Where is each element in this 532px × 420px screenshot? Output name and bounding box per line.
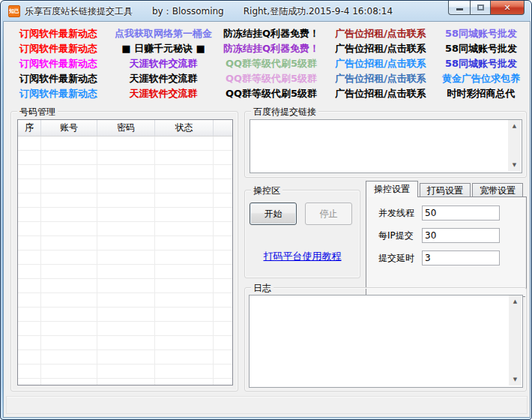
field-delay: 提交延时 bbox=[378, 250, 422, 266]
ad-link[interactable]: 广告位招租/点击联系 bbox=[335, 87, 426, 100]
table-cell bbox=[214, 165, 232, 178]
status-bar bbox=[6, 396, 528, 414]
start-button[interactable]: 开始 bbox=[250, 202, 297, 225]
links-scrollbar[interactable]: ▲ ▼ bbox=[508, 120, 521, 171]
table-row bbox=[18, 165, 232, 179]
links-textarea[interactable] bbox=[250, 119, 522, 173]
table-cell bbox=[18, 364, 41, 378]
ad-link[interactable]: 天涯软件交流群 bbox=[130, 87, 198, 100]
table-cell bbox=[41, 222, 97, 236]
maximize-icon bbox=[477, 4, 484, 10]
field-threads-label: 并发线程 bbox=[378, 207, 422, 220]
scroll-down-icon[interactable]: ▼ bbox=[508, 159, 521, 171]
table-cell bbox=[41, 265, 97, 278]
table-cell bbox=[97, 222, 155, 236]
captcha-tutorial-link[interactable]: 打码平台使用教程 bbox=[245, 250, 360, 263]
column-header[interactable]: 账号 bbox=[41, 120, 97, 136]
table-cell bbox=[41, 250, 97, 264]
table-row bbox=[18, 151, 232, 165]
ad-link[interactable]: 广告位招租/点击联系 bbox=[335, 27, 426, 40]
table-cell bbox=[97, 379, 155, 386]
ad-link[interactable]: 点我获取网络第一桶金 bbox=[115, 27, 212, 40]
ad-link[interactable]: 订阅软件最新动态 bbox=[19, 72, 97, 86]
table-cell bbox=[97, 265, 155, 278]
table-cell bbox=[214, 293, 232, 307]
column-header[interactable]: 状态 bbox=[155, 120, 214, 136]
ad-link[interactable]: 58同城账号批发 bbox=[445, 42, 517, 56]
ad-link[interactable]: 58同城账号批发 bbox=[445, 57, 517, 70]
ad-link[interactable]: 防冻结挂Q利器免费！ bbox=[223, 42, 319, 56]
table-cell bbox=[155, 265, 214, 278]
table-row bbox=[18, 322, 232, 336]
ad-link[interactable]: 黄金广告位求包养 bbox=[442, 72, 520, 86]
close-button[interactable]: ✕ bbox=[491, 1, 525, 15]
field-per-ip-input[interactable] bbox=[422, 228, 500, 243]
table-cell bbox=[97, 336, 155, 350]
table-cell bbox=[155, 350, 214, 364]
log-textarea[interactable] bbox=[249, 295, 523, 388]
table-cell bbox=[214, 336, 232, 350]
table-row bbox=[18, 279, 232, 293]
table-cell bbox=[155, 322, 214, 335]
scroll-up-icon[interactable]: ▲ bbox=[509, 296, 522, 308]
ad-link[interactable]: QQ群等级代刷5级群 bbox=[226, 87, 317, 100]
ad-link[interactable]: 广告位招租/点击联系 bbox=[335, 72, 426, 86]
ad-link[interactable]: ■ 日赚千元秘诀 ■ bbox=[121, 42, 205, 56]
scroll-down-icon[interactable]: ▼ bbox=[509, 374, 522, 386]
table-cell bbox=[41, 350, 97, 364]
account-panel-title: 号码管理 bbox=[17, 106, 58, 118]
table-cell bbox=[97, 250, 155, 264]
table-cell bbox=[41, 322, 97, 335]
table-cell bbox=[155, 379, 214, 386]
ad-link[interactable]: 订阅软件最新动态 bbox=[19, 57, 97, 70]
ad-link[interactable]: 58同城账号批发 bbox=[445, 27, 517, 40]
ad-link[interactable]: 天涯软件交流群 bbox=[130, 72, 198, 86]
settings-tab-panel: 并发线程 每IP提交 提交延时 bbox=[366, 196, 527, 297]
table-cell bbox=[214, 222, 232, 236]
table-cell bbox=[18, 293, 41, 307]
ad-link[interactable]: QQ群等级代刷5级群 bbox=[226, 72, 317, 86]
stop-button[interactable]: 停止 bbox=[305, 202, 352, 225]
log-scrollbar[interactable]: ▲ ▼ bbox=[509, 296, 522, 386]
table-cell bbox=[214, 350, 232, 364]
tab-broadband-settings[interactable]: 宽带设置 bbox=[472, 183, 523, 197]
table-cell bbox=[155, 165, 214, 178]
table-cell bbox=[41, 194, 97, 207]
table-cell bbox=[97, 236, 155, 250]
ad-link[interactable]: 广告位招租/点击联系 bbox=[335, 42, 426, 56]
ad-link[interactable]: 防冻结挂Q利器免费！ bbox=[223, 27, 319, 40]
table-cell bbox=[155, 236, 214, 250]
ad-link[interactable]: 天涯软件交流群 bbox=[130, 57, 198, 70]
maximize-button[interactable] bbox=[471, 1, 491, 15]
table-row bbox=[18, 194, 232, 208]
column-header[interactable]: 密码 bbox=[97, 120, 155, 136]
table-row bbox=[18, 293, 232, 308]
app-window: 知己 乐享百度站长链接提交工具by：BlossomingRight,登陆成功.2… bbox=[0, 0, 532, 420]
table-cell bbox=[155, 364, 214, 378]
ad-link[interactable]: QQ群等级代刷5级群 bbox=[226, 57, 317, 70]
table-cell bbox=[214, 308, 232, 321]
scroll-up-icon[interactable]: ▲ bbox=[508, 120, 521, 132]
ad-link[interactable]: 时时彩招商总代 bbox=[447, 87, 516, 100]
settings-tab-control: 操控设置 打码设置 宽带设置 并发线程 每IP提交 提交延时 bbox=[366, 181, 527, 297]
ad-link[interactable]: 订阅软件最新动态 bbox=[19, 27, 97, 40]
tab-control-settings[interactable]: 操控设置 bbox=[366, 181, 418, 197]
field-per-ip-label: 每IP提交 bbox=[378, 230, 422, 242]
column-header[interactable]: 序 bbox=[18, 120, 41, 136]
field-threads-input[interactable] bbox=[422, 206, 500, 220]
field-threads: 并发线程 bbox=[378, 206, 422, 220]
account-table: 序账号密码状态 bbox=[17, 119, 233, 386]
field-delay-input[interactable] bbox=[422, 250, 500, 266]
table-row bbox=[18, 350, 232, 364]
ad-link[interactable]: 订阅软件最新动态 bbox=[19, 42, 97, 56]
tab-captcha-settings[interactable]: 打码设置 bbox=[420, 183, 471, 197]
account-panel: 号码管理 序账号密码状态 bbox=[10, 111, 238, 392]
table-cell bbox=[18, 136, 41, 150]
minimize-button[interactable] bbox=[448, 1, 471, 15]
window-controls: ✕ bbox=[448, 1, 525, 15]
table-row bbox=[18, 336, 232, 350]
ad-link[interactable]: 订阅软件最新动态 bbox=[19, 87, 97, 100]
table-row bbox=[18, 265, 232, 279]
ad-link[interactable]: 广告位招租/点击联系 bbox=[335, 57, 426, 70]
table-cell bbox=[18, 222, 41, 236]
